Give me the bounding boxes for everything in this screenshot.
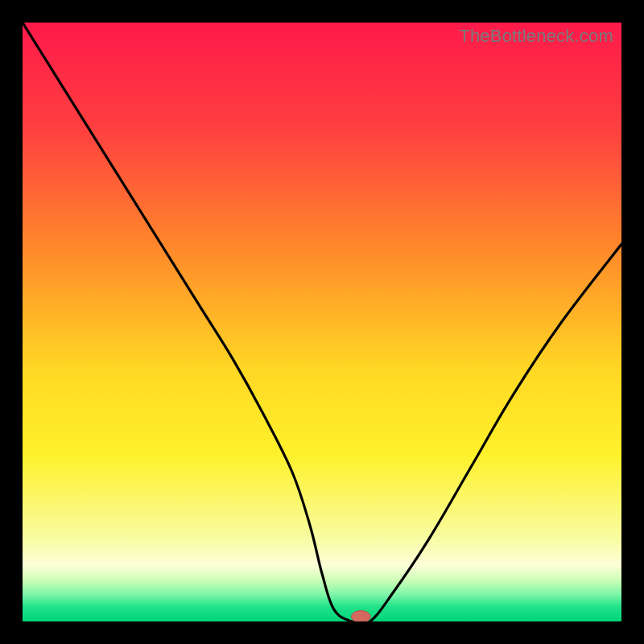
- plot-area: TheBottleneck.com: [23, 23, 621, 621]
- chart-frame: TheBottleneck.com: [0, 0, 644, 644]
- gradient-background: [23, 23, 621, 621]
- chart-svg: [23, 23, 621, 621]
- optimal-marker: [351, 611, 370, 621]
